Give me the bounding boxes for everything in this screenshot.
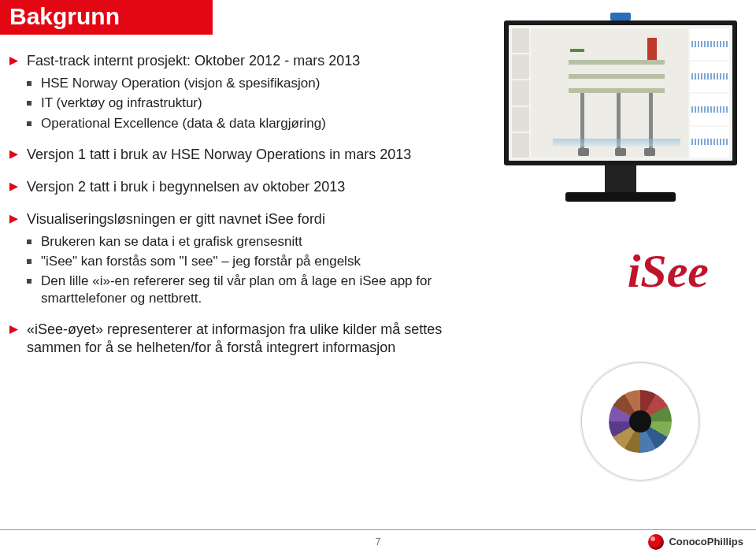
page-number: 7 (375, 536, 380, 547)
bullet-text: "iSee" kan forstås som "I see" – jeg for… (41, 254, 361, 269)
eye-pupil (629, 410, 651, 432)
monitor-image (504, 20, 737, 203)
bullet-l1: Fast-track internt prosjekt: Oktober 201… (9, 52, 482, 132)
bullet-text: Fast-track internt prosjekt: Oktober 201… (27, 53, 360, 69)
bullet-text: Versjon 2 tatt i bruk i begynnelsen av o… (27, 179, 345, 195)
bullet-l2: IT (verktøy og infrastruktur) (27, 95, 482, 111)
bullet-text: Visualiseringsløsningen er gitt navnet i… (27, 211, 325, 227)
bullet-l1: Visualiseringsløsningen er gitt navnet i… (9, 210, 482, 306)
isee-logo: iSee (628, 244, 709, 299)
monitor-stand (605, 165, 636, 192)
footer: 7 ConocoPhillips (0, 529, 756, 553)
bullet-text: Operational Excellence (data & data klar… (41, 116, 326, 131)
brand-area: ConocoPhillips (648, 534, 743, 550)
isee-eye-icon (581, 362, 699, 481)
bullet-l1: Versjon 1 tatt i bruk av HSE Norway Oper… (9, 146, 482, 164)
rig-diagram (569, 60, 665, 142)
eye-iris (609, 390, 672, 453)
screenshot-main (531, 28, 688, 158)
monitor-bezel (504, 20, 737, 165)
isee-logo-text: iSee (628, 245, 709, 297)
bullet-l1: «iSee-øyet» representerer at informasjon… (9, 321, 498, 357)
bullet-l2: Operational Excellence (data & data klar… (27, 115, 482, 132)
bullet-text: Brukeren kan se data i et grafisk grense… (41, 234, 302, 249)
bullet-l2: Den lille «i»-en refererer seg til vår p… (27, 273, 482, 306)
page-title: Bakgrunn (9, 3, 120, 30)
monitor-brand-badge (610, 13, 631, 20)
brand-logo-icon (648, 534, 664, 550)
monitor-foot (565, 192, 676, 202)
content-area: Fast-track internt prosjekt: Oktober 201… (9, 52, 482, 371)
bullet-l2: HSE Norway Operation (visjon & spesifika… (27, 75, 482, 91)
bullet-text: Den lille «i»-en refererer seg til vår p… (41, 273, 432, 305)
bullet-text: «iSee-øyet» representerer at informasjon… (27, 321, 442, 355)
bullet-text: Versjon 1 tatt i bruk av HSE Norway Oper… (27, 147, 411, 162)
brand-name: ConocoPhillips (669, 536, 743, 547)
bullet-l2: "iSee" kan forstås som "I see" – jeg for… (27, 253, 482, 269)
screenshot-sidebar (512, 28, 529, 158)
monitor-screen (509, 25, 732, 161)
bullet-text: IT (verktøy og infrastruktur) (41, 95, 202, 110)
bullet-l2: Brukeren kan se data i et grafisk grense… (27, 233, 482, 250)
bullet-text: HSE Norway Operation (visjon & spesifika… (41, 76, 320, 91)
bullet-l1: Versjon 2 tatt i bruk i begynnelsen av o… (9, 178, 482, 196)
screenshot-sparklines (690, 28, 729, 158)
